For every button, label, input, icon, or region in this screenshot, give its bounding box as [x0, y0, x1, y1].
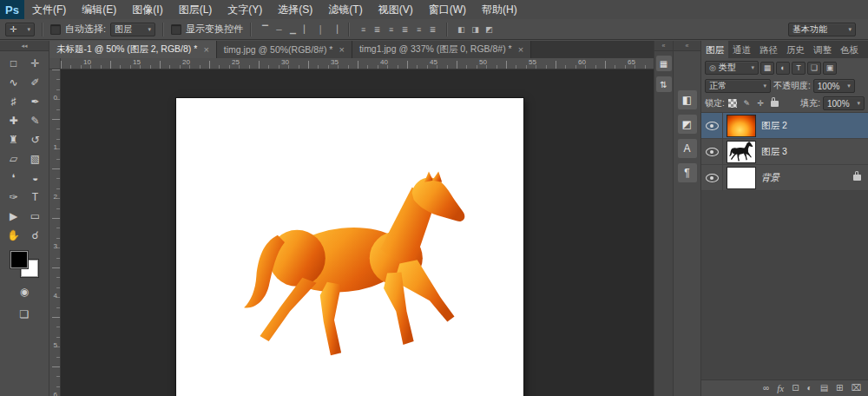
- tab-channels[interactable]: 通道: [728, 41, 755, 58]
- layer-visibility-toggle[interactable]: [701, 165, 723, 190]
- doc-tab-untitled-1[interactable]: 未标题-1 @ 50% (图层 2, RGB/8) *×: [49, 41, 217, 58]
- layer-row[interactable]: 背景: [701, 165, 868, 191]
- menu-help[interactable]: 帮助(H): [474, 0, 525, 19]
- eraser-tool[interactable]: ▱: [3, 149, 24, 168]
- paragraph-panel-icon[interactable]: ¶: [678, 163, 697, 182]
- canvas-area[interactable]: [61, 69, 654, 396]
- menu-file[interactable]: 文件(F): [24, 0, 74, 19]
- zoom-tool[interactable]: ☌: [24, 226, 46, 244]
- new-group-icon[interactable]: ▤: [820, 384, 828, 393]
- doc-tab-timg1[interactable]: timg1.jpg @ 337% (图层 0, RGB/8#) *×: [352, 41, 531, 58]
- vertical-ruler[interactable]: 0123456: [49, 69, 61, 396]
- layer-effects-icon[interactable]: fx: [777, 384, 784, 393]
- layer-name[interactable]: 图层 3: [761, 146, 787, 158]
- tool-preset-picker[interactable]: ✛ ▾: [5, 23, 35, 36]
- 3d-mode-icon-b[interactable]: ◩: [483, 23, 496, 36]
- align-left-edges-icon[interactable]: ▏: [300, 23, 313, 36]
- auto-select-target-dropdown[interactable]: 图层 ▾: [110, 23, 155, 36]
- layer-visibility-toggle[interactable]: [701, 139, 723, 164]
- ruler-corner[interactable]: [49, 58, 61, 69]
- tab-swatches[interactable]: 色板: [836, 41, 863, 58]
- workspace-switcher[interactable]: 基本功能 ▾: [788, 23, 856, 36]
- distribute-left-edges-icon[interactable]: ≣: [398, 23, 411, 36]
- tab-layers[interactable]: 图层: [701, 41, 728, 58]
- align-top-edges-icon[interactable]: ▔: [259, 23, 272, 36]
- screen-mode-button[interactable]: ❏: [20, 305, 30, 323]
- dodge-tool[interactable]: ◒: [24, 168, 46, 187]
- rectangular-marquee-tool[interactable]: □: [3, 54, 24, 72]
- tab-close-icon[interactable]: ×: [203, 44, 208, 55]
- tab-paths[interactable]: 路径: [755, 41, 782, 58]
- blend-mode-dropdown[interactable]: 正常 ▾: [705, 79, 771, 93]
- blur-tool[interactable]: ❛: [3, 168, 24, 187]
- distribute-top-edges-icon[interactable]: ≡: [357, 23, 370, 36]
- 3d-mode-icon-a[interactable]: ◨: [469, 23, 482, 36]
- add-layer-mask-icon[interactable]: ⊡: [792, 384, 799, 393]
- menu-layer[interactable]: 图层(L): [171, 0, 220, 19]
- tab-close-icon[interactable]: ×: [518, 44, 523, 55]
- brush-tool[interactable]: ✎: [24, 111, 46, 129]
- new-adjustment-layer-icon[interactable]: ◐: [807, 384, 812, 393]
- distribute-vertical-centers-icon[interactable]: ≣: [371, 23, 384, 36]
- align-horizontal-centers-icon[interactable]: │: [314, 23, 327, 36]
- filter-smart-objects-icon[interactable]: ▣: [823, 62, 837, 75]
- tab-history[interactable]: 历史: [782, 41, 809, 58]
- align-right-edges-icon[interactable]: ▕: [328, 23, 341, 36]
- swatches-panel-icon[interactable]: ◧: [678, 90, 697, 109]
- filter-adjustment-layers-icon[interactable]: ◐: [776, 62, 790, 75]
- character-panel-icon[interactable]: A: [678, 139, 697, 158]
- pen-tool[interactable]: ✑: [3, 188, 24, 206]
- menu-image[interactable]: 图像(I): [124, 0, 170, 19]
- opacity-dropdown[interactable]: 100% ▾: [813, 79, 855, 93]
- lasso-tool[interactable]: ∿: [3, 73, 24, 91]
- dock-collapse-icon[interactable]: «: [674, 41, 700, 51]
- foreground-color-swatch[interactable]: [10, 251, 28, 268]
- quick-mask-mode-button[interactable]: ◉: [20, 282, 29, 300]
- styles-panel-icon[interactable]: ◩: [678, 115, 697, 134]
- layer-thumbnail[interactable]: [727, 168, 755, 188]
- doc-tab-timg[interactable]: timg.jpg @ 50%(RGB/8#) *×: [217, 41, 352, 58]
- crop-tool[interactable]: ♯: [3, 92, 24, 110]
- link-layers-icon[interactable]: ∞: [763, 384, 769, 393]
- layer-name[interactable]: 图层 2: [761, 120, 787, 132]
- hand-tool[interactable]: ✋: [3, 226, 24, 244]
- horizontal-ruler[interactable]: 101520253035404550556065: [61, 58, 654, 69]
- dock-collapse-icon[interactable]: «: [654, 41, 673, 51]
- menu-select[interactable]: 选择(S): [270, 0, 320, 19]
- layer-name[interactable]: 背景: [761, 172, 779, 184]
- layer-visibility-toggle[interactable]: [701, 113, 723, 138]
- tab-adjustments[interactable]: 调整: [809, 41, 836, 58]
- auto-select-checkbox[interactable]: [50, 24, 61, 35]
- lock-position-icon[interactable]: ✛: [755, 98, 766, 109]
- align-bottom-edges-icon[interactable]: ▁: [286, 23, 299, 36]
- properties-panel-icon[interactable]: ⇅: [656, 76, 672, 92]
- distribute-bottom-edges-icon[interactable]: ≡: [385, 23, 398, 36]
- filter-shape-layers-icon[interactable]: ❏: [807, 62, 821, 75]
- auto-align-layers-icon[interactable]: ◧: [455, 23, 468, 36]
- lock-all-icon[interactable]: [769, 98, 780, 109]
- type-tool[interactable]: T: [24, 188, 46, 206]
- lock-transparent-pixels-icon[interactable]: [727, 98, 739, 109]
- info-panel-icon[interactable]: ▦: [656, 56, 672, 71]
- menu-type[interactable]: 文字(Y): [220, 0, 270, 19]
- fill-dropdown[interactable]: 100% ▾: [823, 96, 865, 110]
- distribute-right-edges-icon[interactable]: ≣: [426, 23, 439, 36]
- distribute-horizontal-centers-icon[interactable]: ≡: [412, 23, 425, 36]
- lock-image-pixels-icon[interactable]: ✎: [741, 98, 753, 109]
- document[interactable]: [176, 98, 523, 396]
- delete-layer-icon[interactable]: ⌧: [851, 384, 861, 393]
- tab-close-icon[interactable]: ×: [339, 44, 344, 55]
- menu-edit[interactable]: 编辑(E): [74, 0, 124, 19]
- eyedropper-tool[interactable]: ✒: [24, 92, 46, 110]
- layer-row[interactable]: 图层 2: [701, 113, 868, 139]
- menu-filter[interactable]: 滤镜(T): [320, 0, 370, 19]
- clone-stamp-tool[interactable]: ♜: [3, 130, 24, 148]
- new-layer-icon[interactable]: ⊞: [836, 384, 843, 393]
- menu-window[interactable]: 窗口(W): [421, 0, 474, 19]
- path-selection-tool[interactable]: ▶: [3, 207, 24, 225]
- toolbar-collapse-icon[interactable]: ◂◂: [0, 41, 49, 51]
- gradient-tool[interactable]: ▧: [24, 149, 46, 168]
- layer-thumbnail[interactable]: [727, 142, 755, 162]
- history-brush-tool[interactable]: ↺: [24, 130, 46, 148]
- layer-thumbnail[interactable]: [727, 116, 755, 136]
